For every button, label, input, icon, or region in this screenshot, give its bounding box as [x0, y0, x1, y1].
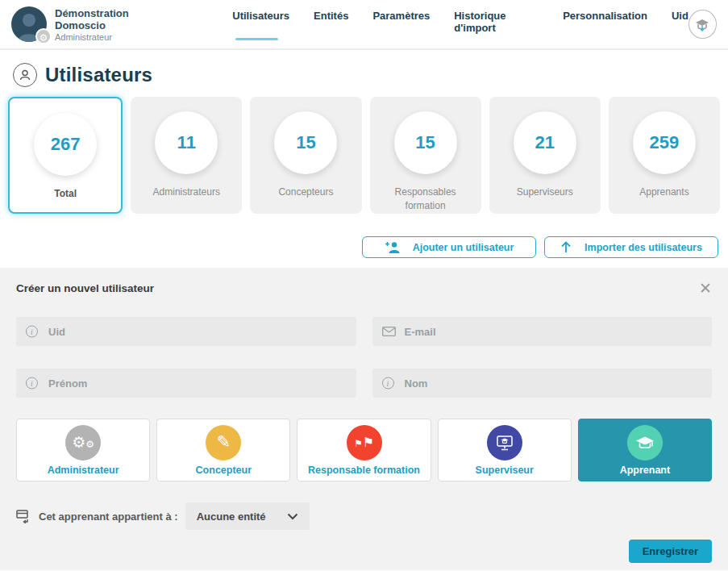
stat-value: 15 — [296, 132, 315, 153]
stat-card-apprenants[interactable]: 259 Apprenants — [609, 97, 720, 214]
stat-circle: 15 — [394, 111, 457, 174]
domoscio-logo-icon[interactable] — [688, 10, 717, 39]
stat-value: 259 — [650, 132, 680, 153]
add-user-label: Ajouter un utilisateur — [413, 242, 514, 253]
user-actions-row: Ajouter un utilisateur Importer des util… — [0, 214, 728, 268]
firstname-field-wrap: i — [16, 369, 356, 398]
panel-title: Créer un nouvel utilisateur — [16, 282, 154, 294]
entity-assignment-row: Cet apprenant appartient à : Aucune enti… — [16, 502, 712, 530]
email-field[interactable] — [372, 317, 713, 346]
gears-icon: ⚙⚙ — [65, 425, 101, 461]
info-icon: i — [382, 377, 394, 390]
stat-label: Superviseurs — [510, 185, 580, 199]
add-user-icon — [385, 241, 400, 253]
upload-arrow-icon — [560, 241, 572, 253]
nav-item-uid[interactable]: Uid — [672, 10, 688, 39]
nav-item-personnalisation[interactable]: Personnalisation — [563, 10, 647, 39]
nav-item-parametres[interactable]: Paramètres — [372, 10, 430, 39]
info-icon: i — [26, 377, 38, 390]
stat-card-responsables-formation[interactable]: 15 Responsables formation — [370, 97, 481, 214]
panel-header: Créer un nouvel utilisateur ✕ — [16, 281, 712, 296]
role-card-administrateur[interactable]: ⚙⚙ Administrateur — [16, 419, 150, 481]
submit-row: Enregistrer — [16, 540, 712, 563]
stat-card-superviseurs[interactable]: 21 Superviseurs — [489, 97, 601, 214]
stat-value: 267 — [51, 134, 81, 155]
import-users-button[interactable]: Importer des utilisateurs — [544, 236, 718, 258]
entity-label: Cet apprenant appartient à : — [39, 511, 178, 523]
stat-value: 15 — [415, 132, 435, 153]
chevron-down-icon — [287, 513, 298, 520]
role-card-apprenant[interactable]: Apprenant — [578, 419, 712, 481]
import-users-label: Importer des utilisateurs — [584, 242, 702, 253]
add-user-button[interactable]: Ajouter un utilisateur — [362, 236, 536, 258]
role-card-concepteur[interactable]: ✎ Concepteur — [156, 419, 290, 481]
role-selector: ⚙⚙ Administrateur ✎ Concepteur ⚑⚑ Respon… — [16, 419, 712, 481]
nav-item-entites[interactable]: Entités — [314, 10, 348, 39]
monitor-icon — [487, 425, 522, 461]
stat-circle: 267 — [34, 113, 97, 176]
gear-badge-icon: ⚙ — [35, 28, 52, 44]
role-label: Superviseur — [476, 465, 534, 476]
stat-circle: 21 — [514, 111, 576, 174]
stat-value: 21 — [535, 132, 555, 153]
pencil-icon: ✎ — [206, 425, 241, 461]
close-icon[interactable]: ✕ — [699, 281, 712, 296]
role-label: Concepteur — [196, 465, 252, 476]
user-avatar[interactable]: ⚙ — [11, 6, 47, 42]
nav-item-historique-import[interactable]: Historique d'import — [454, 10, 539, 39]
account-name: Démonstration Domoscio — [55, 7, 179, 31]
stat-circle: 259 — [633, 111, 696, 174]
role-card-responsable-formation[interactable]: ⚑⚑ Responsable formation — [297, 419, 431, 481]
nav-item-utilisateurs[interactable]: Utilisateurs — [232, 10, 289, 39]
stat-label: Responsables formation — [381, 185, 470, 213]
info-icon: i — [26, 326, 38, 338]
save-button[interactable]: Enregistrer — [629, 540, 712, 563]
stat-label: Concepteurs — [272, 185, 339, 199]
lastname-field-wrap: i — [372, 369, 713, 398]
graduation-cap-icon — [627, 425, 663, 461]
stat-value: 11 — [177, 132, 196, 153]
user-fields: i i i — [16, 317, 712, 398]
entity-select-value: Aucune entité — [197, 511, 266, 523]
stat-card-total[interactable]: 267 Total — [8, 97, 123, 214]
main-nav: Utilisateurs Entités Paramètres Historiq… — [232, 10, 688, 39]
flags-icon: ⚑⚑ — [347, 425, 382, 461]
lastname-field[interactable] — [372, 369, 713, 398]
stat-label: Total — [48, 187, 83, 201]
person-circle-icon — [13, 63, 37, 87]
user-stats-row: 267 Total 11 Administrateurs 15 Concepte… — [0, 95, 728, 214]
page-title-row: Utilisateurs — [0, 50, 728, 95]
firstname-field[interactable] — [16, 369, 356, 398]
email-field-wrap — [372, 317, 713, 346]
account-role: Administrateur — [55, 32, 179, 42]
org-chart-icon — [16, 510, 31, 523]
role-label: Administrateur — [48, 465, 119, 476]
role-card-superviseur[interactable]: Superviseur — [438, 419, 572, 481]
stat-card-concepteurs[interactable]: 15 Concepteurs — [250, 97, 361, 214]
uid-field[interactable] — [16, 317, 356, 346]
stat-label: Apprenants — [633, 185, 695, 199]
stat-label: Administrateurs — [147, 185, 227, 199]
uid-field-wrap: i — [16, 317, 356, 346]
page-title: Utilisateurs — [45, 64, 152, 86]
stat-circle: 15 — [274, 111, 337, 174]
mail-icon — [382, 327, 396, 336]
stat-circle: 11 — [155, 111, 218, 174]
entity-select[interactable]: Aucune entité — [185, 502, 310, 530]
role-label: Apprenant — [620, 465, 671, 476]
app-header: ⚙ Démonstration Domoscio Administrateur … — [0, 0, 728, 50]
role-label: Responsable formation — [308, 465, 420, 476]
account-info: Démonstration Domoscio Administrateur — [55, 7, 179, 42]
create-user-panel: Créer un nouvel utilisateur ✕ i i i — [0, 268, 728, 570]
stat-card-administrateurs[interactable]: 11 Administrateurs — [131, 97, 242, 214]
